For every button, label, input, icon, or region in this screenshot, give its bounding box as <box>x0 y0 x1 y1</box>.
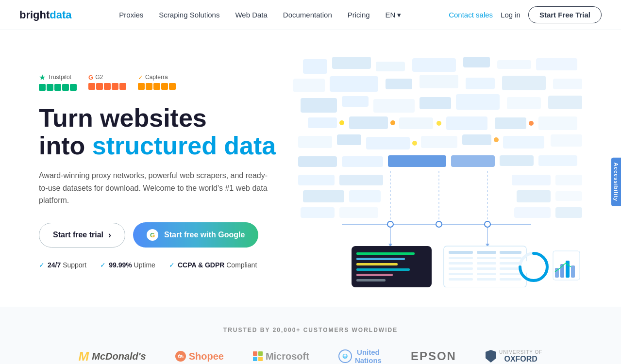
star-4 <box>62 84 69 91</box>
svg-rect-94 <box>303 190 344 202</box>
nav-web-data[interactable]: Web Data <box>235 11 267 19</box>
trustpilot-icon: ★ <box>39 73 46 82</box>
svg-rect-77 <box>449 273 473 275</box>
svg-point-26 <box>436 121 441 126</box>
svg-rect-101 <box>555 207 582 218</box>
g2-stars <box>88 83 126 90</box>
brand-logos-container: M McDonald's 🛍 Shopee Microsoft 🌐 United… <box>19 348 602 364</box>
svg-rect-44 <box>500 155 534 166</box>
login-button[interactable]: Log in <box>501 11 520 19</box>
brand-shopee: 🛍 Shopee <box>175 351 224 362</box>
data-visualization <box>293 54 585 287</box>
star-1 <box>39 84 46 91</box>
svg-rect-10 <box>420 75 458 88</box>
nav-documentation[interactable]: Documentation <box>283 11 332 19</box>
star-3 <box>153 83 160 90</box>
svg-rect-75 <box>477 267 496 270</box>
trust-compliance: ✓ CCPA & GDPR Compliant <box>169 261 257 269</box>
star-2 <box>96 83 103 90</box>
svg-rect-97 <box>555 191 582 201</box>
svg-rect-21 <box>308 117 337 128</box>
svg-point-52 <box>485 221 490 227</box>
svg-point-22 <box>339 120 344 125</box>
review-badges: ★ Trustpilot G G2 <box>39 73 276 91</box>
svg-rect-81 <box>477 278 496 281</box>
oxford-shield-icon <box>486 350 496 363</box>
star-1 <box>88 83 95 90</box>
hero-section: ★ Trustpilot G G2 <box>0 30 621 307</box>
svg-rect-67 <box>500 251 521 254</box>
start-free-trial-cta[interactable]: Start free trial › <box>39 223 125 248</box>
svg-rect-59 <box>356 258 405 260</box>
nav-pricing[interactable]: Pricing <box>348 11 370 19</box>
svg-rect-61 <box>356 268 410 271</box>
svg-rect-78 <box>477 273 496 275</box>
g2-icon: G <box>88 74 93 81</box>
svg-rect-90 <box>298 175 335 185</box>
svg-rect-3 <box>412 58 456 72</box>
svg-rect-7 <box>293 79 325 92</box>
star-1 <box>138 83 145 90</box>
svg-rect-60 <box>356 263 398 265</box>
svg-rect-2 <box>376 62 405 71</box>
svg-rect-5 <box>497 60 531 69</box>
star-4 <box>161 83 168 90</box>
un-logo-icon: 🌐 <box>338 349 352 363</box>
brand-mcdonalds: M McDonald's <box>79 349 146 364</box>
main-nav: Proxies Scraping Solutions Web Data Docu… <box>119 11 401 19</box>
start-free-trial-button[interactable]: Start Free Trial <box>528 6 602 23</box>
svg-rect-72 <box>477 262 496 265</box>
svg-rect-45 <box>538 155 577 166</box>
brand-epson: EPSON <box>411 349 456 363</box>
svg-rect-15 <box>342 96 369 107</box>
svg-rect-31 <box>298 136 332 148</box>
language-selector[interactable]: EN ▾ <box>386 11 402 19</box>
shopee-bag-icon: 🛍 <box>175 351 186 362</box>
hero-content: ★ Trustpilot G G2 <box>39 73 276 269</box>
star-5 <box>169 83 176 90</box>
brand-united-nations: 🌐 United Nations <box>338 348 382 364</box>
star-2 <box>47 84 53 91</box>
svg-rect-18 <box>456 94 500 110</box>
accessibility-button[interactable]: Accessibility <box>611 158 621 206</box>
brand-microsoft: Microsoft <box>253 351 309 362</box>
svg-rect-95 <box>349 190 381 202</box>
contact-sales-link[interactable]: Contact sales <box>449 11 493 19</box>
svg-rect-99 <box>339 207 378 218</box>
trust-uptime: ✓ 99.99% Uptime <box>100 261 155 269</box>
arrow-icon: › <box>108 230 111 240</box>
trustpilot-stars <box>39 84 77 91</box>
svg-rect-65 <box>449 251 473 254</box>
capterra-stars <box>138 83 176 90</box>
mcdonalds-m-icon: M <box>79 349 89 364</box>
svg-rect-89 <box>571 265 575 278</box>
svg-rect-40 <box>388 155 446 167</box>
svg-rect-0 <box>303 59 327 74</box>
microsoft-logo-icon <box>253 351 263 361</box>
svg-rect-6 <box>536 58 577 70</box>
nav-proxies[interactable]: Proxies <box>119 11 143 19</box>
capterra-icon: ✓ <box>138 74 143 81</box>
svg-rect-73 <box>500 262 521 265</box>
svg-rect-1 <box>332 57 371 69</box>
svg-point-29 <box>529 121 534 126</box>
svg-rect-79 <box>500 273 521 275</box>
start-with-google-button[interactable]: G Start free with Google <box>133 222 258 248</box>
svg-rect-30 <box>538 116 577 130</box>
svg-rect-91 <box>339 175 383 185</box>
check-icon: ✓ <box>39 261 45 269</box>
svg-rect-28 <box>495 117 526 129</box>
nav-scraping-solutions[interactable]: Scraping Solutions <box>159 11 219 19</box>
star-4 <box>112 83 118 90</box>
google-icon: G <box>147 229 158 241</box>
svg-rect-11 <box>466 78 495 89</box>
svg-point-24 <box>390 120 395 125</box>
star-5 <box>119 83 126 90</box>
svg-rect-98 <box>301 207 335 218</box>
svg-rect-12 <box>502 76 546 90</box>
hero-illustration <box>276 50 602 292</box>
svg-rect-4 <box>463 57 490 67</box>
illustration-svg <box>293 54 585 287</box>
logo[interactable]: bright data <box>19 9 72 21</box>
svg-rect-58 <box>356 252 415 255</box>
